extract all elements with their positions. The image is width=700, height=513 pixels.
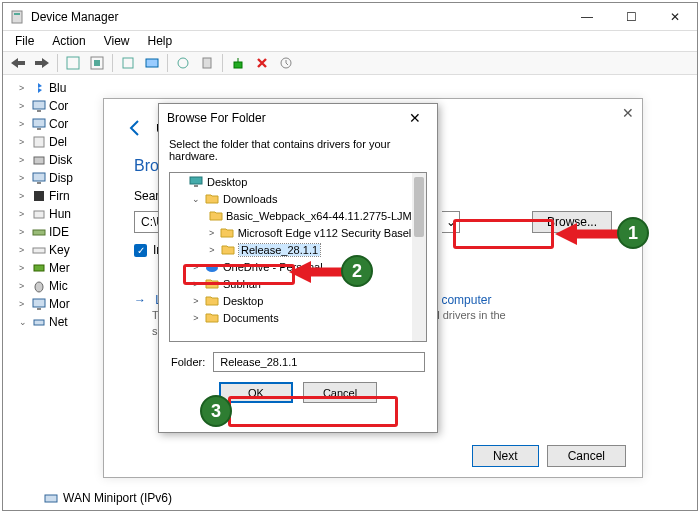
folder-tree-item[interactable]: Desktop: [170, 173, 426, 190]
tree-item[interactable]: >Blu: [7, 79, 97, 97]
tree-item[interactable]: >Mer: [7, 259, 97, 277]
annotation-badge-1: 1: [617, 217, 649, 249]
ok-button[interactable]: OK: [219, 382, 293, 403]
svg-rect-1: [14, 13, 20, 15]
tree-item[interactable]: >Disk: [7, 151, 97, 169]
menu-action[interactable]: Action: [44, 32, 93, 50]
device-tree[interactable]: >Blu>Cor>Cor>Del>Disk>Disp>Firn>Hun>IDE>…: [7, 79, 97, 499]
back-arrow-icon[interactable]: [124, 117, 146, 139]
folder-tree-item[interactable]: Basic_Webpack_x64-44.11.2775-LJM129: [170, 207, 426, 224]
bff-cancel-button[interactable]: Cancel: [303, 382, 377, 403]
folder-tree[interactable]: Desktop⌄DownloadsBasic_Webpack_x64-44.11…: [169, 172, 427, 342]
svg-rect-29: [194, 185, 198, 187]
svg-rect-9: [234, 62, 242, 68]
toolbar-icon[interactable]: [141, 53, 163, 73]
tree-item[interactable]: ⌄Net: [7, 313, 97, 331]
svg-rect-22: [33, 248, 45, 253]
svg-rect-6: [146, 59, 158, 67]
svg-rect-20: [34, 211, 44, 218]
path-dropdown[interactable]: ⌄: [442, 211, 460, 233]
svg-point-7: [178, 58, 188, 68]
menu-view[interactable]: View: [96, 32, 138, 50]
tree-item[interactable]: >IDE: [7, 223, 97, 241]
toolbar: [3, 51, 697, 75]
folder-tree-item[interactable]: >Release_28.1.1: [170, 241, 426, 258]
close-button[interactable]: ✕: [653, 3, 697, 31]
menu-help[interactable]: Help: [140, 32, 181, 50]
annotation-arrow: [289, 259, 349, 285]
scrollbar[interactable]: [412, 173, 426, 341]
svg-rect-15: [34, 137, 44, 147]
menu-file[interactable]: File: [7, 32, 42, 50]
svg-rect-14: [37, 128, 41, 130]
toolbar-delete-icon[interactable]: [251, 53, 273, 73]
svg-rect-8: [203, 58, 211, 68]
maximize-button[interactable]: ☐: [609, 3, 653, 31]
svg-rect-17: [33, 173, 45, 181]
folder-label: Folder:: [171, 356, 205, 368]
svg-rect-2: [67, 57, 79, 69]
tree-item[interactable]: >Firn: [7, 187, 97, 205]
svg-rect-28: [190, 177, 202, 184]
svg-rect-26: [37, 308, 41, 310]
folder-tree-item[interactable]: >Microsoft Edge v112 Security Baseline: [170, 224, 426, 241]
tree-item[interactable]: >Hun: [7, 205, 97, 223]
folder-tree-item[interactable]: >Documents: [170, 309, 426, 326]
toolbar-icon[interactable]: [86, 53, 108, 73]
svg-rect-11: [33, 101, 45, 109]
back-button[interactable]: [7, 53, 29, 73]
svg-rect-23: [34, 265, 44, 271]
tree-item[interactable]: >Mic: [7, 277, 97, 295]
bff-close-button[interactable]: ✕: [401, 110, 429, 126]
svg-rect-4: [94, 60, 100, 66]
svg-rect-21: [33, 230, 45, 235]
svg-rect-12: [37, 110, 41, 112]
svg-rect-13: [33, 119, 45, 127]
cancel-button[interactable]: Cancel: [547, 445, 626, 467]
toolbar-icon[interactable]: [227, 53, 249, 73]
bff-title: Browse For Folder: [167, 111, 401, 125]
window-title: Device Manager: [31, 10, 565, 24]
svg-rect-19: [34, 191, 44, 201]
minimize-button[interactable]: —: [565, 3, 609, 31]
svg-rect-31: [45, 495, 57, 502]
device-manager-window: Device Manager — ☐ ✕ File Action View He…: [2, 2, 698, 511]
toolbar-icon[interactable]: [62, 53, 84, 73]
svg-rect-18: [37, 182, 41, 184]
folder-tree-item[interactable]: ⌄Downloads: [170, 190, 426, 207]
toolbar-icon[interactable]: [117, 53, 139, 73]
tree-item[interactable]: >Del: [7, 133, 97, 151]
next-button[interactable]: Next: [472, 445, 539, 467]
menubar: File Action View Help: [3, 31, 697, 51]
svg-point-24: [35, 282, 43, 292]
toolbar-icon[interactable]: [196, 53, 218, 73]
svg-rect-27: [34, 320, 44, 325]
let-me-tail: y computer: [432, 293, 491, 307]
tree-item-wan[interactable]: WAN Miniport (IPv6): [43, 490, 172, 506]
annotation-badge-2: 2: [341, 255, 373, 287]
toolbar-icon[interactable]: [172, 53, 194, 73]
tree-item[interactable]: >Mor: [7, 295, 97, 313]
tree-item[interactable]: >Cor: [7, 97, 97, 115]
svg-rect-0: [12, 11, 22, 23]
folder-tree-item[interactable]: >Desktop: [170, 292, 426, 309]
bff-message: Select the folder that contains drivers …: [159, 132, 437, 172]
close-icon[interactable]: ✕: [622, 105, 634, 121]
annotation-arrow: [555, 221, 625, 247]
app-icon: [9, 9, 25, 25]
svg-point-30: [206, 264, 218, 272]
annotation-badge-3: 3: [200, 395, 232, 427]
folder-input[interactable]: [213, 352, 425, 372]
include-subfolders-checkbox[interactable]: ✓: [134, 244, 147, 257]
titlebar: Device Manager — ☐ ✕: [3, 3, 697, 31]
tree-item[interactable]: >Key: [7, 241, 97, 259]
svg-rect-5: [123, 58, 133, 68]
arrow-icon: →: [134, 293, 146, 307]
tree-item[interactable]: >Disp: [7, 169, 97, 187]
svg-rect-16: [34, 157, 44, 164]
toolbar-icon[interactable]: [275, 53, 297, 73]
svg-rect-25: [33, 299, 45, 307]
forward-button[interactable]: [31, 53, 53, 73]
tree-item[interactable]: >Cor: [7, 115, 97, 133]
